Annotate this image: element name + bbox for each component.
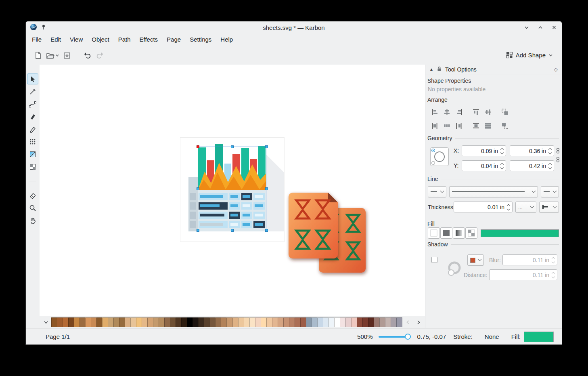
menu-effects[interactable]: Effects: [135, 34, 163, 46]
distribute-bottom-button[interactable]: [483, 121, 493, 130]
width-spinbox[interactable]: 0.36 in: [510, 145, 554, 156]
menu-path[interactable]: Path: [114, 34, 135, 46]
color-swatch[interactable]: [108, 317, 114, 327]
open-document-button[interactable]: [44, 49, 61, 62]
color-swatch[interactable]: [68, 317, 74, 327]
color-swatch[interactable]: [244, 317, 250, 327]
color-swatch[interactable]: [226, 317, 232, 327]
color-swatch[interactable]: [57, 317, 63, 327]
eraser-tool-button[interactable]: [27, 190, 38, 201]
color-swatch[interactable]: [362, 317, 368, 327]
color-swatch[interactable]: [261, 317, 267, 327]
add-shape-button[interactable]: Add Shape: [503, 50, 556, 60]
anchor-bottom-left-radio[interactable]: [431, 161, 435, 165]
color-swatch[interactable]: [266, 317, 272, 327]
close-icon[interactable]: [550, 24, 558, 31]
color-swatch[interactable]: [340, 317, 346, 327]
color-swatch[interactable]: [164, 317, 170, 327]
selection-handle-bottom-center[interactable]: [231, 229, 234, 232]
miter-combo[interactable]: ...: [515, 202, 536, 213]
shadow-enable-checkbox[interactable]: [431, 257, 437, 263]
align-right-button[interactable]: [454, 107, 464, 117]
color-swatch[interactable]: [80, 317, 86, 327]
color-swatch[interactable]: [329, 317, 335, 327]
color-swatch[interactable]: [306, 317, 312, 327]
align-center-vertical-button[interactable]: [483, 107, 493, 117]
color-swatch[interactable]: [187, 317, 193, 327]
distribute-right-button[interactable]: [454, 121, 464, 130]
color-swatch[interactable]: [374, 317, 380, 327]
color-swatch[interactable]: [232, 317, 239, 327]
fill-color-bar[interactable]: [481, 229, 559, 237]
color-swatch[interactable]: [102, 317, 108, 327]
color-swatch[interactable]: [74, 317, 80, 327]
color-swatch[interactable]: [391, 317, 397, 327]
align-top-button[interactable]: [471, 107, 481, 117]
line-style-combo[interactable]: [449, 186, 538, 197]
color-swatch[interactable]: [198, 317, 204, 327]
color-swatch[interactable]: [193, 317, 199, 327]
palette-scroll-left-button[interactable]: [403, 317, 413, 327]
color-swatch[interactable]: [396, 317, 402, 327]
color-swatch[interactable]: [209, 317, 216, 327]
undo-button[interactable]: [81, 49, 94, 62]
selection-handle-top-left[interactable]: [197, 145, 199, 148]
collapse-icon[interactable]: ▲: [429, 67, 433, 71]
cap-style-combo[interactable]: [539, 202, 559, 213]
menu-object[interactable]: Object: [87, 34, 113, 46]
line-start-marker-combo[interactable]: [428, 186, 446, 197]
anchor-top-left-radio[interactable]: [431, 149, 435, 152]
pan-tool-button[interactable]: [27, 215, 38, 226]
menu-edit[interactable]: Edit: [46, 34, 65, 46]
color-swatch[interactable]: [357, 317, 363, 327]
color-swatch[interactable]: [215, 317, 221, 327]
color-swatch[interactable]: [385, 317, 391, 327]
minimize-icon[interactable]: [523, 24, 530, 31]
group-button[interactable]: [500, 107, 510, 117]
pattern-edit-tool-button[interactable]: [27, 161, 38, 172]
selection-handle-middle-left[interactable]: [197, 187, 199, 190]
distribute-center-horizontal-button[interactable]: [442, 121, 452, 130]
select-tool-button[interactable]: [27, 74, 38, 84]
palette-scroll-right-button[interactable]: [414, 317, 423, 327]
color-swatch[interactable]: [323, 317, 329, 327]
color-swatch[interactable]: [119, 317, 125, 327]
color-swatch[interactable]: [255, 317, 261, 327]
link-ratio-icon[interactable]: [556, 148, 560, 155]
selection-handle-top-right[interactable]: [265, 145, 268, 148]
menu-help[interactable]: Help: [216, 34, 237, 46]
color-swatch[interactable]: [295, 317, 301, 327]
color-swatch[interactable]: [136, 317, 142, 327]
blur-spinbox[interactable]: 0.11 in: [502, 254, 557, 265]
color-swatch[interactable]: [113, 317, 119, 327]
fill-none-button[interactable]: [428, 227, 440, 239]
height-spinbox[interactable]: 0.42 in: [510, 160, 554, 171]
color-swatch[interactable]: [159, 317, 165, 327]
fill-gradient-button[interactable]: [453, 227, 465, 239]
color-swatch[interactable]: [147, 317, 153, 327]
color-swatch[interactable]: [368, 317, 374, 327]
gradient-tool-button[interactable]: [27, 149, 38, 160]
ungroup-button[interactable]: [500, 121, 510, 130]
menu-page[interactable]: Page: [162, 34, 185, 46]
float-icon[interactable]: ◇: [554, 67, 558, 72]
stroke-value[interactable]: None: [485, 333, 499, 340]
pencil-tool-button[interactable]: [27, 124, 38, 134]
pin-icon[interactable]: [41, 24, 46, 31]
color-swatch[interactable]: [272, 317, 278, 327]
lock-icon[interactable]: [437, 66, 442, 73]
maximize-icon[interactable]: [537, 24, 544, 31]
selection-handle-bottom-left[interactable]: [197, 229, 199, 232]
selection-handle-top-center[interactable]: [231, 145, 234, 148]
color-swatch[interactable]: [125, 317, 131, 327]
zoom-tool-button[interactable]: [27, 202, 38, 213]
color-swatch[interactable]: [238, 317, 244, 327]
shadow-color-combo[interactable]: [467, 254, 484, 266]
selection-box[interactable]: [198, 147, 266, 230]
color-swatch[interactable]: [130, 317, 136, 327]
palette-menu-button[interactable]: [41, 317, 51, 327]
color-swatch[interactable]: [312, 317, 318, 327]
selection-handle-bottom-right[interactable]: [265, 229, 268, 232]
color-swatch[interactable]: [317, 317, 323, 327]
color-swatch[interactable]: [204, 317, 210, 327]
